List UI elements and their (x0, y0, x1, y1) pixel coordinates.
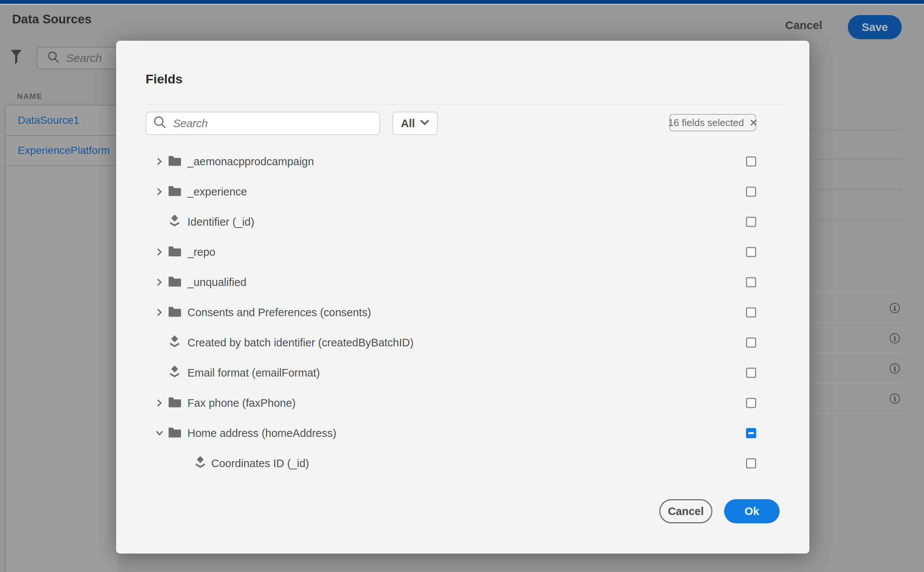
folder-icon (168, 155, 181, 168)
header-save-button[interactable]: Save (848, 15, 902, 39)
chevron-right-icon[interactable] (155, 187, 164, 197)
checkbox[interactable] (746, 368, 756, 378)
top-nav-bar (0, 0, 924, 4)
tree-row-label: Home address (homeAddress) (188, 427, 336, 440)
tree-row[interactable]: _experience (116, 177, 809, 207)
panel-divider (810, 322, 902, 323)
tree-row[interactable]: Email format (emailFormat) (116, 358, 809, 388)
close-icon[interactable] (750, 119, 757, 126)
tree-row-label: Coordinates ID (_id) (211, 457, 309, 470)
table-row[interactable]: ExperiencePlatform (6, 136, 117, 166)
dropdown-value: All (401, 117, 415, 130)
checkbox[interactable] (746, 338, 756, 348)
panel-divider (810, 413, 902, 413)
search-placeholder: Search (173, 117, 208, 130)
tree-row-label: _aemonacpprodcampaign (188, 155, 314, 168)
tree-row[interactable]: Home address (homeAddress) (116, 418, 809, 448)
chevron-right-icon[interactable] (155, 247, 164, 257)
table-column-name: NAME (17, 92, 43, 101)
field-tree: _aemonacpprodcampaign_experienceIdentifi… (116, 146, 809, 479)
tree-row-label: Fax phone (faxPhone) (188, 397, 296, 409)
panel-divider (810, 382, 902, 383)
chevron-down-icon[interactable] (155, 428, 164, 438)
checkbox[interactable] (746, 247, 756, 257)
selected-fields-tag: 16 fields selected (670, 114, 756, 131)
tree-row-label: _experience (188, 186, 247, 198)
checkbox-indeterminate[interactable] (746, 428, 756, 438)
tree-row[interactable]: _repo (116, 237, 809, 267)
fields-dialog: Fields Search All 16 fields selected _ae… (116, 41, 809, 553)
tree-row[interactable]: Fax phone (faxPhone) (116, 388, 809, 418)
tree-row-label: _repo (188, 246, 215, 258)
folder-icon (168, 306, 181, 319)
dialog-ok-button[interactable]: Ok (724, 499, 780, 523)
tree-row[interactable]: _unqualified (116, 267, 809, 297)
chevron-right-icon[interactable] (155, 157, 164, 166)
field-icon (194, 456, 207, 471)
panel-divider (810, 353, 902, 353)
checkbox[interactable] (746, 217, 756, 227)
field-icon (168, 365, 181, 380)
selected-fields-count: 16 fields selected (668, 117, 744, 129)
page-title: Data Sources (12, 12, 91, 26)
folder-icon (168, 397, 181, 409)
fields-search-input[interactable]: Search (146, 112, 380, 135)
chevron-right-icon[interactable] (155, 308, 164, 317)
tree-row[interactable]: Consents and Preferences (consents) (116, 297, 809, 328)
dialog-title: Fields (146, 72, 183, 86)
panel-divider (810, 129, 902, 130)
panel-divider (810, 159, 902, 160)
checkbox[interactable] (746, 277, 756, 288)
folder-icon (168, 276, 181, 289)
tree-row-label: Created by batch identifier (createdByBa… (188, 337, 414, 349)
folder-icon (168, 246, 181, 258)
info-icon[interactable]: i (890, 303, 900, 313)
header-cancel-button[interactable]: Cancel (785, 19, 822, 32)
checkbox[interactable] (746, 308, 756, 318)
dialog-cancel-button[interactable]: Cancel (659, 499, 712, 523)
tree-row[interactable]: Created by batch identifier (createdByBa… (116, 328, 809, 358)
chevron-right-icon[interactable] (155, 398, 164, 408)
folder-icon (168, 427, 181, 440)
checkbox[interactable] (746, 459, 756, 469)
checkbox[interactable] (746, 398, 756, 408)
tree-row[interactable]: Coordinates ID (_id) (116, 448, 809, 479)
tree-row[interactable]: _aemonacpprodcampaign (116, 146, 809, 177)
info-icon[interactable]: i (890, 393, 900, 404)
checkbox[interactable] (746, 157, 756, 167)
search-icon (47, 51, 60, 65)
chevron-right-icon[interactable] (155, 277, 164, 287)
tree-row-label: Identifier (_id) (188, 216, 254, 228)
datasource-link[interactable]: ExperiencePlatform (18, 145, 110, 157)
panel-divider (810, 292, 902, 292)
tree-row[interactable]: Identifier (_id) (116, 207, 809, 237)
checkbox[interactable] (746, 187, 756, 197)
datasource-table: DataSource1 ExperiencePlatform (5, 105, 117, 572)
tree-row-label: Consents and Preferences (consents) (188, 306, 371, 319)
info-icon[interactable]: i (890, 363, 900, 373)
folder-icon (168, 186, 181, 198)
table-row[interactable]: DataSource1 (6, 106, 117, 136)
panel-divider (810, 219, 902, 220)
dialog-divider (146, 104, 785, 105)
filter-icon[interactable] (11, 50, 22, 66)
panel-divider (810, 190, 902, 190)
tree-row-label: Email format (emailFormat) (188, 367, 320, 379)
field-icon (168, 214, 181, 229)
top-bar-divider (0, 4, 924, 5)
datasource-link[interactable]: DataSource1 (18, 114, 79, 126)
field-icon (168, 336, 181, 350)
chevron-down-icon (420, 120, 429, 127)
info-icon[interactable]: i (890, 333, 900, 344)
search-placeholder: Search (66, 52, 102, 65)
search-icon (153, 116, 167, 131)
field-type-dropdown[interactable]: All (392, 112, 438, 135)
tree-row-label: _unqualified (188, 276, 246, 289)
